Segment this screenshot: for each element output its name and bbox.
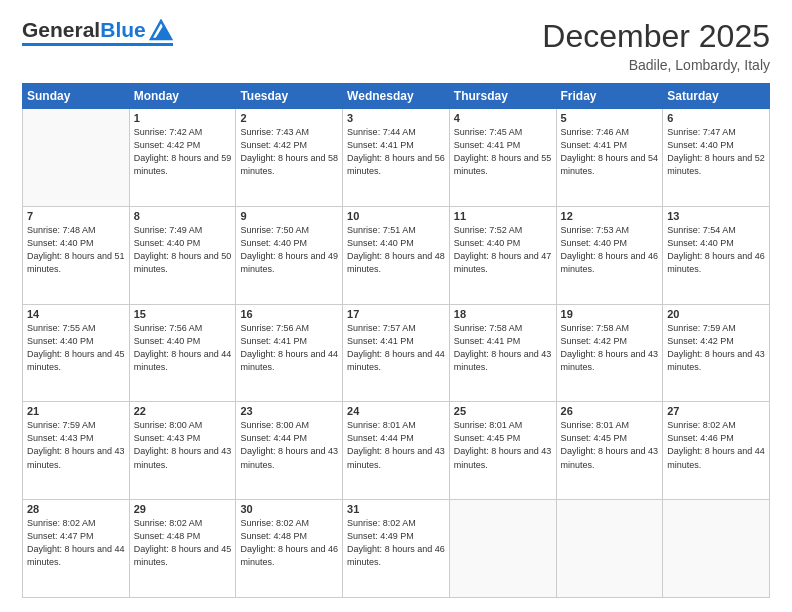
- header-monday: Monday: [129, 84, 236, 109]
- day-number: 30: [240, 503, 338, 515]
- day-number: 3: [347, 112, 445, 124]
- day-info: Sunrise: 8:02 AMSunset: 4:49 PMDaylight:…: [347, 517, 445, 569]
- day-info: Sunrise: 8:02 AMSunset: 4:48 PMDaylight:…: [240, 517, 338, 569]
- day-info: Sunrise: 7:54 AMSunset: 4:40 PMDaylight:…: [667, 224, 765, 276]
- day-info: Sunrise: 8:02 AMSunset: 4:46 PMDaylight:…: [667, 419, 765, 471]
- table-row: 3Sunrise: 7:44 AMSunset: 4:41 PMDaylight…: [343, 109, 450, 207]
- table-row: 12Sunrise: 7:53 AMSunset: 4:40 PMDayligh…: [556, 206, 663, 304]
- day-number: 27: [667, 405, 765, 417]
- day-number: 16: [240, 308, 338, 320]
- day-number: 21: [27, 405, 125, 417]
- table-row: 25Sunrise: 8:01 AMSunset: 4:45 PMDayligh…: [449, 402, 556, 500]
- table-row: 10Sunrise: 7:51 AMSunset: 4:40 PMDayligh…: [343, 206, 450, 304]
- day-info: Sunrise: 7:43 AMSunset: 4:42 PMDaylight:…: [240, 126, 338, 178]
- calendar-week-row: 1Sunrise: 7:42 AMSunset: 4:42 PMDaylight…: [23, 109, 770, 207]
- day-number: 8: [134, 210, 232, 222]
- day-info: Sunrise: 7:56 AMSunset: 4:40 PMDaylight:…: [134, 322, 232, 374]
- table-row: 21Sunrise: 7:59 AMSunset: 4:43 PMDayligh…: [23, 402, 130, 500]
- day-info: Sunrise: 7:58 AMSunset: 4:41 PMDaylight:…: [454, 322, 552, 374]
- calendar-week-row: 28Sunrise: 8:02 AMSunset: 4:47 PMDayligh…: [23, 500, 770, 598]
- table-row: 1Sunrise: 7:42 AMSunset: 4:42 PMDaylight…: [129, 109, 236, 207]
- logo-icon: [149, 19, 173, 41]
- day-number: 31: [347, 503, 445, 515]
- table-row: [556, 500, 663, 598]
- day-number: 11: [454, 210, 552, 222]
- header: General Blue December 2025 Badile, Lomba…: [22, 18, 770, 73]
- day-info: Sunrise: 7:50 AMSunset: 4:40 PMDaylight:…: [240, 224, 338, 276]
- calendar-week-row: 7Sunrise: 7:48 AMSunset: 4:40 PMDaylight…: [23, 206, 770, 304]
- calendar-table: Sunday Monday Tuesday Wednesday Thursday…: [22, 83, 770, 598]
- day-number: 10: [347, 210, 445, 222]
- day-info: Sunrise: 7:55 AMSunset: 4:40 PMDaylight:…: [27, 322, 125, 374]
- table-row: [23, 109, 130, 207]
- day-number: 14: [27, 308, 125, 320]
- logo-underline: [22, 43, 173, 46]
- day-info: Sunrise: 8:01 AMSunset: 4:44 PMDaylight:…: [347, 419, 445, 471]
- day-info: Sunrise: 7:47 AMSunset: 4:40 PMDaylight:…: [667, 126, 765, 178]
- header-saturday: Saturday: [663, 84, 770, 109]
- table-row: 11Sunrise: 7:52 AMSunset: 4:40 PMDayligh…: [449, 206, 556, 304]
- day-number: 18: [454, 308, 552, 320]
- day-info: Sunrise: 7:44 AMSunset: 4:41 PMDaylight:…: [347, 126, 445, 178]
- day-number: 7: [27, 210, 125, 222]
- day-number: 4: [454, 112, 552, 124]
- table-row: 17Sunrise: 7:57 AMSunset: 4:41 PMDayligh…: [343, 304, 450, 402]
- calendar-week-row: 21Sunrise: 7:59 AMSunset: 4:43 PMDayligh…: [23, 402, 770, 500]
- day-info: Sunrise: 8:02 AMSunset: 4:47 PMDaylight:…: [27, 517, 125, 569]
- table-row: 19Sunrise: 7:58 AMSunset: 4:42 PMDayligh…: [556, 304, 663, 402]
- day-number: 2: [240, 112, 338, 124]
- day-info: Sunrise: 8:01 AMSunset: 4:45 PMDaylight:…: [454, 419, 552, 471]
- table-row: 8Sunrise: 7:49 AMSunset: 4:40 PMDaylight…: [129, 206, 236, 304]
- table-row: 28Sunrise: 8:02 AMSunset: 4:47 PMDayligh…: [23, 500, 130, 598]
- day-number: 20: [667, 308, 765, 320]
- header-friday: Friday: [556, 84, 663, 109]
- calendar-week-row: 14Sunrise: 7:55 AMSunset: 4:40 PMDayligh…: [23, 304, 770, 402]
- day-info: Sunrise: 7:42 AMSunset: 4:42 PMDaylight:…: [134, 126, 232, 178]
- day-info: Sunrise: 7:51 AMSunset: 4:40 PMDaylight:…: [347, 224, 445, 276]
- day-number: 22: [134, 405, 232, 417]
- table-row: 31Sunrise: 8:02 AMSunset: 4:49 PMDayligh…: [343, 500, 450, 598]
- table-row: 7Sunrise: 7:48 AMSunset: 4:40 PMDaylight…: [23, 206, 130, 304]
- table-row: 9Sunrise: 7:50 AMSunset: 4:40 PMDaylight…: [236, 206, 343, 304]
- day-info: Sunrise: 7:58 AMSunset: 4:42 PMDaylight:…: [561, 322, 659, 374]
- day-number: 17: [347, 308, 445, 320]
- table-row: 16Sunrise: 7:56 AMSunset: 4:41 PMDayligh…: [236, 304, 343, 402]
- header-sunday: Sunday: [23, 84, 130, 109]
- day-number: 12: [561, 210, 659, 222]
- table-row: 26Sunrise: 8:01 AMSunset: 4:45 PMDayligh…: [556, 402, 663, 500]
- header-tuesday: Tuesday: [236, 84, 343, 109]
- day-number: 9: [240, 210, 338, 222]
- table-row: 13Sunrise: 7:54 AMSunset: 4:40 PMDayligh…: [663, 206, 770, 304]
- day-info: Sunrise: 7:45 AMSunset: 4:41 PMDaylight:…: [454, 126, 552, 178]
- table-row: 23Sunrise: 8:00 AMSunset: 4:44 PMDayligh…: [236, 402, 343, 500]
- day-info: Sunrise: 8:01 AMSunset: 4:45 PMDaylight:…: [561, 419, 659, 471]
- header-thursday: Thursday: [449, 84, 556, 109]
- day-number: 26: [561, 405, 659, 417]
- table-row: [663, 500, 770, 598]
- month-title: December 2025: [542, 18, 770, 55]
- day-info: Sunrise: 7:56 AMSunset: 4:41 PMDaylight:…: [240, 322, 338, 374]
- table-row: 24Sunrise: 8:01 AMSunset: 4:44 PMDayligh…: [343, 402, 450, 500]
- day-number: 13: [667, 210, 765, 222]
- header-wednesday: Wednesday: [343, 84, 450, 109]
- day-info: Sunrise: 7:53 AMSunset: 4:40 PMDaylight:…: [561, 224, 659, 276]
- day-info: Sunrise: 7:49 AMSunset: 4:40 PMDaylight:…: [134, 224, 232, 276]
- logo-general-text: General: [22, 18, 100, 42]
- day-number: 29: [134, 503, 232, 515]
- day-info: Sunrise: 8:00 AMSunset: 4:44 PMDaylight:…: [240, 419, 338, 471]
- table-row: 2Sunrise: 7:43 AMSunset: 4:42 PMDaylight…: [236, 109, 343, 207]
- logo-blue-text: Blue: [100, 18, 146, 42]
- day-number: 19: [561, 308, 659, 320]
- location: Badile, Lombardy, Italy: [542, 57, 770, 73]
- logo: General Blue: [22, 18, 173, 46]
- table-row: 30Sunrise: 8:02 AMSunset: 4:48 PMDayligh…: [236, 500, 343, 598]
- calendar-header-row: Sunday Monday Tuesday Wednesday Thursday…: [23, 84, 770, 109]
- table-row: 6Sunrise: 7:47 AMSunset: 4:40 PMDaylight…: [663, 109, 770, 207]
- day-number: 5: [561, 112, 659, 124]
- table-row: 14Sunrise: 7:55 AMSunset: 4:40 PMDayligh…: [23, 304, 130, 402]
- table-row: 29Sunrise: 8:02 AMSunset: 4:48 PMDayligh…: [129, 500, 236, 598]
- day-number: 15: [134, 308, 232, 320]
- day-number: 6: [667, 112, 765, 124]
- table-row: 22Sunrise: 8:00 AMSunset: 4:43 PMDayligh…: [129, 402, 236, 500]
- day-number: 25: [454, 405, 552, 417]
